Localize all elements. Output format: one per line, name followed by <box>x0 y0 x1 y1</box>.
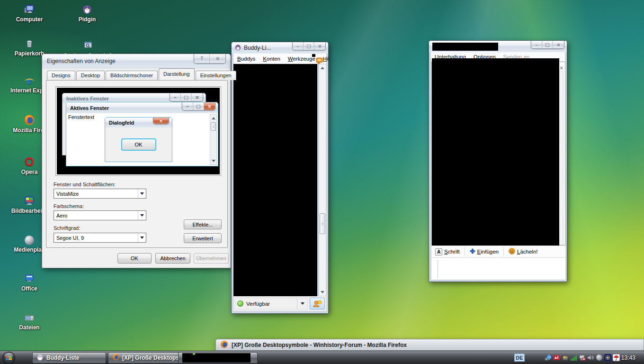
key-lock-icon[interactable] <box>562 354 569 361</box>
buddy-avatar-icon <box>312 300 322 308</box>
taskbar-button-firefox[interactable]: [XP] Große Desktops... <box>108 352 182 364</box>
firefox-window-titlebar[interactable]: [XP] Große Desktopsymbole - Winhistory-F… <box>215 339 644 351</box>
font-size-value: Segoe UI, 9 <box>56 235 84 241</box>
smiley-icon <box>509 248 515 255</box>
tab-close-icon[interactable]: × <box>560 65 564 71</box>
buddy-list-scrollbar[interactable] <box>319 64 326 296</box>
desktop-icon-computer[interactable]: Computer <box>7 2 52 23</box>
redacted-badge <box>312 54 315 57</box>
chevron-down-icon <box>138 211 146 220</box>
dialog-title: Eigenschaften von Anzeige <box>47 58 116 64</box>
desktop-icon-label: Computer <box>7 16 52 23</box>
preview-window-text: Fenstertext <box>68 114 94 120</box>
network-globe-icon[interactable] <box>545 354 552 361</box>
tab-designs[interactable]: Designs <box>47 71 75 80</box>
ati-icon[interactable] <box>553 354 560 361</box>
advanced-button[interactable]: Erweitert <box>184 233 222 243</box>
network-disconnected-icon[interactable] <box>579 354 586 361</box>
chat-title-redacted <box>432 43 498 51</box>
maximize-icon: □ <box>181 93 192 101</box>
task-label: Buddy-Liste <box>46 355 79 361</box>
available-status-icon <box>237 300 243 307</box>
windows-buttons-value: VistaMize <box>56 191 79 197</box>
taskbar-button-redacted[interactable] <box>178 352 258 364</box>
system-tray <box>545 354 620 361</box>
insert-button[interactable]: Einfügen <box>470 248 499 255</box>
wlan-icon[interactable] <box>604 354 611 361</box>
firefox-icon <box>112 354 119 362</box>
plus-icon <box>470 248 475 255</box>
taskbar: Buddy-Liste [XP] Große Desktops... DE 13… <box>0 351 644 364</box>
menu-werkzeuge[interactable]: Werkzeuge <box>288 56 315 62</box>
taskbar-button-buddy-list[interactable]: Buddy-Liste <box>32 352 106 364</box>
buddy-list-content-redacted <box>233 64 317 296</box>
office-icon <box>7 271 52 284</box>
chat-input[interactable] <box>431 258 565 280</box>
menu-konten[interactable]: Konten <box>263 56 280 62</box>
chat-titlebar[interactable]: – □ × <box>429 41 567 52</box>
language-indicator[interactable]: DE <box>514 354 525 362</box>
taskbar-clock[interactable]: 13:43 <box>621 351 635 364</box>
tab-darstellung[interactable]: Darstellung <box>159 68 195 80</box>
minimize-icon[interactable]: – <box>293 42 304 50</box>
close-icon: × <box>204 102 215 110</box>
inactive-window-title: Inaktives Fenster <box>66 96 109 101</box>
dialog-titlebar[interactable]: Eigenschaften von Anzeige ? × <box>42 54 231 68</box>
preview-dialog: Dialogfeld × OK <box>105 117 172 162</box>
close-icon: × <box>192 93 203 101</box>
files-icon <box>7 310 52 323</box>
firefox-window-title: [XP] Große Desktopsymbole - Winhistory-F… <box>232 342 407 348</box>
close-icon[interactable]: × <box>553 41 564 48</box>
effects-button[interactable]: Effekte... <box>184 219 222 229</box>
avira-icon[interactable] <box>613 354 620 361</box>
dialog-caption-buttons: ? × <box>194 54 226 64</box>
close-icon[interactable]: × <box>210 54 225 63</box>
active-window-title: Aktives Fenster <box>70 105 109 111</box>
chevron-down-icon <box>138 233 146 242</box>
font-button[interactable]: A Schrift <box>435 248 460 255</box>
preview-inactive-caption-buttons: – □ × <box>170 93 203 101</box>
smile-button[interactable]: Lächeln! <box>509 248 538 255</box>
font-size-select[interactable]: Segoe UI, 9 <box>54 233 146 243</box>
input-divider <box>438 260 438 278</box>
computer-icon <box>7 2 52 15</box>
update-ball-icon[interactable] <box>596 354 603 361</box>
scroll-down-icon[interactable] <box>319 289 326 296</box>
desktop-icon-pidgin[interactable]: Pidgin <box>64 2 110 23</box>
apply-button[interactable]: Übernehmen <box>194 253 229 264</box>
preview-active-caption-buttons: – □ × <box>182 102 215 110</box>
windows-buttons-label: Fenster und Schaltflächen: <box>54 182 116 187</box>
ok-button[interactable]: OK <box>117 253 152 264</box>
buddy-list-title: Buddy-Li... <box>244 45 271 51</box>
help-button[interactable]: ? <box>194 54 210 63</box>
buddy-list-titlebar[interactable]: Buddy-Li... – □ × <box>232 42 328 54</box>
minimize-icon[interactable]: – <box>531 41 542 48</box>
color-scheme-select[interactable]: Aero <box>54 210 146 220</box>
volume-icon[interactable] <box>587 354 594 361</box>
tab-einstellungen[interactable]: Einstellungen <box>196 71 236 80</box>
maximize-icon[interactable]: □ <box>304 42 314 50</box>
start-button[interactable] <box>2 352 15 364</box>
task-label: [XP] Große Desktops... <box>122 355 182 361</box>
new-message-icon[interactable] <box>315 56 324 66</box>
recycle-bin-icon <box>7 36 52 49</box>
chevron-down-icon <box>138 189 146 198</box>
tab-desktop[interactable]: Desktop <box>76 71 105 80</box>
maximize-icon[interactable]: □ <box>542 41 553 48</box>
chat-content-redacted <box>432 58 559 246</box>
tab-bildschirmschoner[interactable]: Bildschirmschoner <box>106 71 158 80</box>
buddy-icon-button[interactable] <box>310 298 325 309</box>
scrollbar-thumb[interactable] <box>320 213 325 234</box>
cancel-button[interactable]: Abbrechen <box>155 253 190 264</box>
menu-buddys[interactable]: Buddys <box>237 56 255 62</box>
signal-bars-icon[interactable] <box>570 354 577 361</box>
preview-dialog-caption-buttons: × <box>153 118 169 124</box>
status-selector[interactable]: Verfügbar <box>235 298 308 309</box>
desktop-icon-office[interactable]: Office <box>7 271 52 292</box>
pidgin-icon <box>234 44 242 52</box>
chat-format-toolbar: A Schrift Einfügen Lächeln! <box>431 246 565 258</box>
appearance-preview: Inaktives Fenster – □ × Aktives Fenster … <box>56 87 221 175</box>
desktop-icon-dateien[interactable]: Dateien <box>7 310 52 331</box>
close-icon[interactable]: × <box>314 42 325 50</box>
windows-buttons-select[interactable]: VistaMize <box>54 189 146 199</box>
